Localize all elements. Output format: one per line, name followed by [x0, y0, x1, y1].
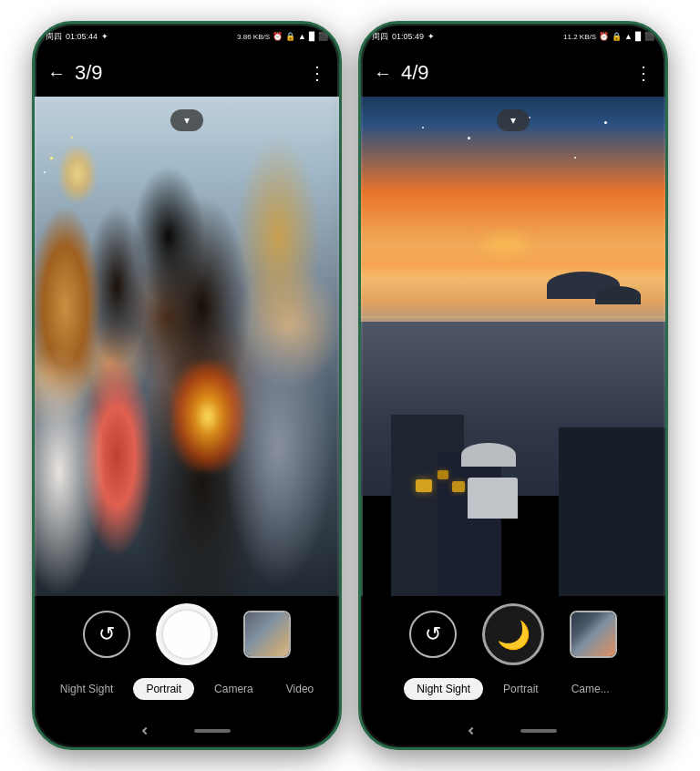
mode-camera-2[interactable]: Came... [559, 678, 623, 700]
status-left-1: 周四 01:05:44 ✦ [46, 31, 108, 43]
phone-2-screen: 周四 01:05:49 ✦ 11.2 KB/S ⏰ 🔒 ▲ ▉ ⬛ ← 4/9 … [361, 24, 665, 747]
mode-labels-1: Night Sight Portrait Camera Video [47, 678, 327, 700]
building-window-3 [438, 470, 448, 479]
sparkle-particle-1 [50, 157, 53, 159]
rotate-icon-2: ↺ [425, 622, 441, 646]
thumbnail-button-1[interactable] [243, 611, 291, 658]
phone-2-frame: 周四 01:05:49 ✦ 11.2 KB/S ⏰ 🔒 ▲ ▉ ⬛ ← 4/9 … [358, 21, 668, 750]
lock-icon-1: 🔒 [285, 32, 295, 41]
status-icon-star-2: ✦ [427, 32, 435, 41]
bottom-controls-1: ↺ Night Sight Portrait Camera [35, 596, 339, 714]
mode-portrait-1[interactable]: Portrait [133, 678, 194, 700]
status-speed-2: 11.2 KB/S [563, 33, 596, 41]
mode-night-sight-2[interactable]: Night Sight [404, 678, 483, 700]
thumbnail-img-1 [245, 612, 289, 656]
photo-area-1: ▾ [35, 97, 339, 596]
camera-buttons-2: ↺ 🌙 [409, 603, 617, 665]
back-button-2[interactable]: ← [374, 63, 392, 84]
home-indicator-1[interactable] [194, 729, 231, 733]
status-speed-1: 3.86 KB/S [237, 33, 270, 41]
signal-icon-2: ▉ [635, 32, 642, 41]
status-left-2: 周四 01:05:49 ✦ [372, 31, 435, 43]
shutter-inner-1 [161, 609, 212, 660]
clock-icon-2: ⏰ [599, 32, 609, 41]
nav-bar-2 [361, 714, 665, 747]
photo-santorini [361, 97, 665, 596]
building-white-1 [468, 478, 518, 519]
back-button-1[interactable]: ← [47, 63, 66, 84]
building-dome [461, 443, 516, 467]
star-1 [422, 127, 424, 128]
mode-labels-2: Night Sight Portrait Came... [404, 678, 622, 700]
phone-1-screen: 周四 01:05:44 ✦ 3.86 KB/S ⏰ 🔒 ▲ ▉ ⬛ ← 3/9 … [35, 24, 339, 747]
building-window-1 [416, 479, 432, 492]
clock-icon-1: ⏰ [273, 32, 283, 41]
buildings-layer [361, 336, 665, 596]
bottom-controls-2: ↺ 🌙 Night Sight Portrait Came... [361, 596, 665, 714]
status-right-2: 11.2 KB/S ⏰ 🔒 ▲ ▉ ⬛ [563, 32, 654, 41]
status-right-1: 3.86 KB/S ⏰ 🔒 ▲ ▉ ⬛ [237, 32, 328, 41]
phone-1: 周四 01:05:44 ✦ 3.86 KB/S ⏰ 🔒 ▲ ▉ ⬛ ← 3/9 … [32, 21, 342, 750]
camera-buttons-1: ↺ [83, 603, 291, 665]
status-bar-2: 周四 01:05:49 ✦ 11.2 KB/S ⏰ 🔒 ▲ ▉ ⬛ [361, 24, 665, 49]
star-2 [468, 137, 470, 139]
wifi-icon-2: ▲ [624, 32, 633, 41]
thumbnail-img-2 [571, 612, 615, 656]
island-silhouette-2 [595, 286, 641, 304]
phone-1-frame: 周四 01:05:44 ✦ 3.86 KB/S ⏰ 🔒 ▲ ▉ ⬛ ← 3/9 … [32, 21, 342, 750]
status-day-2: 周四 [372, 31, 388, 43]
rotate-button-2[interactable]: ↺ [409, 611, 457, 658]
rotate-button-1[interactable]: ↺ [83, 611, 130, 658]
status-time-1: 01:05:44 [66, 32, 98, 41]
night-sight-shutter-button[interactable]: 🌙 [482, 603, 544, 665]
moon-icon: 🌙 [497, 619, 530, 651]
nav-bar-1 [35, 714, 339, 747]
more-menu-1[interactable]: ⋮ [308, 62, 326, 84]
photo-area-2: ▾ [361, 97, 665, 596]
wifi-icon-1: ▲ [298, 32, 306, 41]
lock-icon-2: 🔒 [612, 32, 622, 41]
nav-title-2: 4/9 [401, 61, 634, 85]
sparkler-main-1 [171, 362, 244, 471]
sparkle-particle-2 [71, 137, 73, 139]
mode-video-1[interactable]: Video [273, 678, 326, 700]
mode-night-sight-1[interactable]: Night Sight [47, 678, 127, 700]
star-4 [574, 157, 576, 159]
rotate-icon-1: ↺ [98, 622, 115, 646]
shutter-button-1[interactable] [156, 603, 218, 665]
status-day-1: 周四 [46, 31, 62, 43]
mode-camera-1[interactable]: Camera [201, 678, 266, 700]
home-indicator-2[interactable] [520, 729, 557, 733]
mode-portrait-2[interactable]: Portrait [490, 678, 551, 700]
back-indicator-2[interactable] [468, 727, 476, 735]
sparkler-top-1 [59, 147, 96, 201]
nav-title-1: 3/9 [75, 61, 308, 85]
building-window-2 [452, 481, 465, 492]
top-nav-1: ← 3/9 ⋮ [35, 49, 339, 97]
chevron-down-icon-2: ▾ [510, 115, 516, 126]
chevron-down-icon-1: ▾ [184, 115, 190, 126]
battery-icon-2: ⬛ [644, 32, 654, 41]
status-icon-star-1: ✦ [101, 32, 108, 41]
signal-icon-1: ▉ [309, 32, 315, 41]
back-indicator-1[interactable] [142, 727, 149, 735]
status-time-2: 01:05:49 [392, 32, 424, 41]
chevron-down-button-2[interactable]: ▾ [497, 109, 530, 131]
more-menu-2[interactable]: ⋮ [634, 62, 653, 84]
horizon-line [361, 316, 665, 318]
top-nav-2: ← 4/9 ⋮ [361, 49, 665, 97]
phone-2: 周四 01:05:49 ✦ 11.2 KB/S ⏰ 🔒 ▲ ▉ ⬛ ← 4/9 … [358, 21, 668, 750]
chevron-down-button-1[interactable]: ▾ [170, 109, 203, 131]
orange-horizon [361, 246, 665, 283]
building-right [559, 427, 665, 596]
thumbnail-button-2[interactable] [570, 611, 617, 658]
battery-icon-1: ⬛ [318, 32, 328, 41]
status-bar-1: 周四 01:05:44 ✦ 3.86 KB/S ⏰ 🔒 ▲ ▉ ⬛ [35, 24, 339, 49]
